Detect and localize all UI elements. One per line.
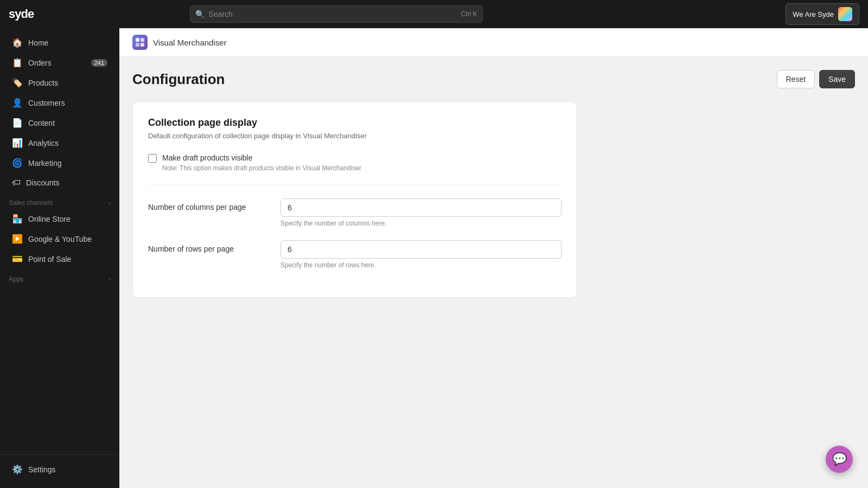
- point-of-sale-icon: 💳: [12, 254, 23, 264]
- search-shortcut: Ctrl K: [461, 10, 477, 18]
- columns-input-group: Specify the number of columns here.: [280, 198, 561, 227]
- products-icon: 🏷️: [12, 78, 23, 88]
- sidebar-item-label: Settings: [28, 465, 56, 474]
- sidebar-item-label: Online Store: [28, 215, 71, 223]
- logo: syde: [9, 7, 34, 21]
- sidebar-item-home[interactable]: 🏠 Home: [3, 33, 116, 52]
- store-selector-button[interactable]: We Are Syde: [786, 3, 859, 25]
- settings-icon: ⚙️: [12, 464, 23, 474]
- page-header: Configuration Reset Save: [132, 70, 855, 88]
- draft-products-checkbox[interactable]: [148, 154, 157, 163]
- columns-label: Number of columns per page: [148, 198, 267, 211]
- rows-per-page-row: Number of rows per page Specify the numb…: [148, 240, 561, 269]
- sidebar-bottom: ⚙️ Settings: [0, 454, 119, 484]
- sidebar-item-customers[interactable]: 👤 Customers: [3, 93, 116, 112]
- apps-label: Apps: [9, 275, 23, 283]
- sales-channels-section: Sales channels ›: [0, 192, 119, 209]
- columns-hint: Specify the number of columns here.: [280, 220, 561, 227]
- collection-page-display-card: Collection page display Default configur…: [132, 101, 577, 298]
- sidebar-item-content[interactable]: 📄 Content: [3, 113, 116, 132]
- discounts-icon: 🏷: [12, 178, 21, 188]
- checkbox-label-group: Make draft products visible Note: This o…: [162, 153, 361, 172]
- sidebar-item-label: Products: [28, 79, 58, 87]
- topbar-right: We Are Syde: [786, 3, 859, 25]
- svg-rect-0: [136, 38, 139, 42]
- sidebar-item-label: Discounts: [26, 178, 59, 187]
- draft-products-label[interactable]: Make draft products visible: [162, 153, 253, 162]
- sidebar-item-label: Google & YouTube: [28, 235, 92, 243]
- draft-products-note: Note: This option makes draft products v…: [162, 164, 361, 172]
- sidebar-item-analytics[interactable]: 📊 Analytics: [3, 133, 116, 152]
- rows-input[interactable]: [280, 240, 561, 259]
- rows-hint: Specify the number of rows here.: [280, 261, 561, 269]
- chat-bubble-icon: 💬: [832, 452, 847, 466]
- sidebar-item-online-store[interactable]: 🏪 Online Store: [3, 209, 116, 228]
- sidebar-item-label: Marketing: [28, 159, 61, 168]
- app-name: Visual Merchandiser: [153, 38, 227, 47]
- rows-label: Number of rows per page: [148, 240, 267, 253]
- sidebar-item-label: Home: [28, 38, 48, 47]
- chat-bubble-button[interactable]: 💬: [826, 446, 853, 473]
- content-icon: 📄: [12, 118, 23, 128]
- store-avatar: [838, 7, 852, 21]
- orders-icon: 📋: [12, 57, 23, 68]
- sidebar-item-label: Orders: [28, 59, 52, 67]
- sidebar: 🏠 Home 📋 Orders 241 🏷️ Products 👤 Custom…: [0, 28, 119, 488]
- search-input[interactable]: [190, 5, 483, 23]
- svg-rect-3: [136, 43, 139, 47]
- sidebar-item-discounts[interactable]: 🏷 Discounts: [3, 174, 116, 192]
- topbar: syde 🔍 Ctrl K We Are Syde: [0, 0, 868, 28]
- marketing-icon: 🌀: [12, 158, 23, 168]
- rows-input-group: Specify the number of rows here.: [280, 240, 561, 269]
- form-divider: [148, 185, 561, 185]
- card-description: Default configuration of collection page…: [148, 132, 561, 140]
- apps-chevron: ›: [108, 276, 111, 282]
- page-content: Configuration Reset Save Collection page…: [119, 57, 868, 488]
- home-icon: 🏠: [12, 37, 23, 48]
- page-title: Configuration: [132, 71, 225, 88]
- svg-rect-2: [141, 43, 144, 47]
- analytics-icon: 📊: [12, 138, 23, 148]
- search-icon: 🔍: [195, 10, 205, 18]
- store-name: We Are Syde: [793, 10, 834, 18]
- content-area: Visual Merchandiser Configuration Reset …: [119, 28, 868, 488]
- sidebar-item-orders[interactable]: 📋 Orders 241: [3, 53, 116, 72]
- page-actions: Reset Save: [777, 70, 856, 88]
- sidebar-item-label: Customers: [28, 99, 65, 107]
- sidebar-item-point-of-sale[interactable]: 💳 Point of Sale: [3, 249, 116, 268]
- card-title: Collection page display: [148, 117, 561, 129]
- orders-badge: 241: [91, 59, 107, 67]
- sidebar-item-products[interactable]: 🏷️ Products: [3, 73, 116, 92]
- svg-rect-1: [141, 38, 144, 42]
- google-youtube-icon: ▶️: [12, 234, 23, 244]
- app-header: Visual Merchandiser: [119, 28, 868, 57]
- customers-icon: 👤: [12, 98, 23, 108]
- sidebar-item-label: Analytics: [28, 139, 59, 147]
- columns-input[interactable]: [280, 198, 561, 217]
- sidebar-item-label: Content: [28, 119, 55, 127]
- sidebar-item-google-youtube[interactable]: ▶️ Google & YouTube: [3, 229, 116, 248]
- save-button[interactable]: Save: [819, 70, 855, 88]
- reset-button[interactable]: Reset: [777, 70, 815, 88]
- sidebar-item-marketing[interactable]: 🌀 Marketing: [3, 153, 116, 172]
- sidebar-item-settings[interactable]: ⚙️ Settings: [3, 460, 116, 479]
- columns-per-page-row: Number of columns per page Specify the n…: [148, 198, 561, 227]
- search-container: 🔍 Ctrl K: [190, 5, 483, 23]
- app-icon: [132, 35, 148, 50]
- sidebar-item-label: Point of Sale: [28, 255, 71, 264]
- online-store-icon: 🏪: [12, 214, 23, 224]
- draft-products-checkbox-row: Make draft products visible Note: This o…: [148, 153, 561, 172]
- sales-channels-chevron: ›: [108, 200, 111, 206]
- apps-section: Apps ›: [0, 269, 119, 285]
- sales-channels-label: Sales channels: [9, 199, 53, 207]
